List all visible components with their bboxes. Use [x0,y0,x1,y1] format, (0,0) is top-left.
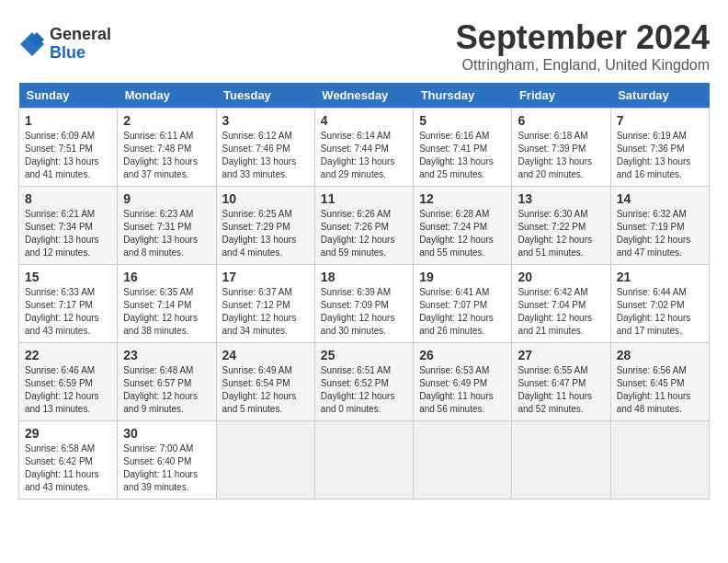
calendar-day-cell: 20Sunrise: 6:42 AM Sunset: 7:04 PM Dayli… [512,265,610,343]
day-number: 11 [321,191,407,206]
day-number: 25 [321,348,407,362]
day-info: Sunrise: 6:33 AM Sunset: 7:17 PM Dayligh… [25,286,111,338]
calendar-table: Sunday Monday Tuesday Wednesday Thursday… [18,83,710,500]
title-area: September 2024 Ottringham, England, Unit… [456,18,710,74]
day-number: 30 [123,426,210,441]
day-number: 24 [222,348,309,362]
day-number: 2 [123,113,210,128]
header-friday: Friday [512,83,610,109]
day-number: 16 [123,270,210,284]
calendar-day-cell [414,421,512,500]
day-number: 10 [222,191,309,206]
day-number: 22 [25,348,111,362]
logo-blue-text: Blue [50,44,111,63]
calendar-day-cell [512,421,610,500]
day-info: Sunrise: 6:56 AM Sunset: 6:45 PM Dayligh… [617,364,703,416]
day-info: Sunrise: 6:41 AM Sunset: 7:07 PM Dayligh… [419,286,506,338]
header-thursday: Thursday [414,83,512,109]
calendar-day-cell: 17Sunrise: 6:37 AM Sunset: 7:12 PM Dayli… [216,265,314,343]
calendar-day-cell: 8Sunrise: 6:21 AM Sunset: 7:34 PM Daylig… [19,187,118,265]
day-number: 3 [222,113,309,128]
logo-general-text: General [50,26,111,44]
day-info: Sunrise: 6:42 AM Sunset: 7:04 PM Dayligh… [518,286,604,338]
day-info: Sunrise: 6:46 AM Sunset: 6:59 PM Dayligh… [25,364,111,416]
day-number: 28 [617,348,703,362]
calendar-day-cell: 14Sunrise: 6:32 AM Sunset: 7:19 PM Dayli… [610,187,709,265]
day-number: 27 [518,348,604,362]
header-tuesday: Tuesday [216,83,314,109]
day-number: 9 [123,191,210,206]
logo-icon [18,30,46,58]
calendar-day-cell: 10Sunrise: 6:25 AM Sunset: 7:29 PM Dayli… [216,187,314,265]
day-number: 14 [617,191,703,206]
header-sunday: Sunday [19,83,118,109]
day-number: 19 [419,270,506,284]
calendar-week-row: 29Sunrise: 6:58 AM Sunset: 6:42 PM Dayli… [19,421,710,500]
calendar-day-cell: 9Sunrise: 6:23 AM Sunset: 7:31 PM Daylig… [118,187,216,265]
day-info: Sunrise: 6:49 AM Sunset: 6:54 PM Dayligh… [222,364,309,416]
calendar-day-cell [216,421,314,500]
calendar-day-cell: 6Sunrise: 6:18 AM Sunset: 7:39 PM Daylig… [512,109,610,187]
calendar-header-row: Sunday Monday Tuesday Wednesday Thursday… [19,83,710,109]
day-number: 20 [518,270,604,284]
svg-marker-0 [20,32,44,56]
calendar-day-cell: 13Sunrise: 6:30 AM Sunset: 7:22 PM Dayli… [512,187,610,265]
day-info: Sunrise: 6:37 AM Sunset: 7:12 PM Dayligh… [222,286,309,338]
day-info: Sunrise: 6:44 AM Sunset: 7:02 PM Dayligh… [617,286,703,338]
header-saturday: Saturday [610,83,709,109]
day-number: 17 [222,270,309,284]
header-wednesday: Wednesday [314,83,413,109]
day-info: Sunrise: 6:23 AM Sunset: 7:31 PM Dayligh… [123,208,210,259]
day-info: Sunrise: 6:51 AM Sunset: 6:52 PM Dayligh… [321,364,407,416]
logo: General Blue [18,26,111,63]
calendar-day-cell: 29Sunrise: 6:58 AM Sunset: 6:42 PM Dayli… [19,421,118,500]
day-info: Sunrise: 6:19 AM Sunset: 7:36 PM Dayligh… [617,130,703,181]
calendar-day-cell: 25Sunrise: 6:51 AM Sunset: 6:52 PM Dayli… [314,343,413,421]
day-info: Sunrise: 6:28 AM Sunset: 7:24 PM Dayligh… [419,208,506,259]
calendar-day-cell: 4Sunrise: 6:14 AM Sunset: 7:44 PM Daylig… [314,109,413,187]
day-number: 7 [617,113,703,128]
calendar-day-cell: 3Sunrise: 6:12 AM Sunset: 7:46 PM Daylig… [216,109,314,187]
calendar-day-cell: 12Sunrise: 6:28 AM Sunset: 7:24 PM Dayli… [414,187,512,265]
calendar-day-cell: 22Sunrise: 6:46 AM Sunset: 6:59 PM Dayli… [19,343,118,421]
day-info: Sunrise: 6:14 AM Sunset: 7:44 PM Dayligh… [321,130,407,181]
day-number: 12 [419,191,506,206]
calendar-day-cell: 7Sunrise: 6:19 AM Sunset: 7:36 PM Daylig… [610,109,709,187]
calendar-day-cell: 27Sunrise: 6:55 AM Sunset: 6:47 PM Dayli… [512,343,610,421]
day-number: 4 [321,113,407,128]
calendar-week-row: 15Sunrise: 6:33 AM Sunset: 7:17 PM Dayli… [19,265,710,343]
day-info: Sunrise: 6:53 AM Sunset: 6:49 PM Dayligh… [419,364,506,416]
day-info: Sunrise: 6:55 AM Sunset: 6:47 PM Dayligh… [518,364,604,416]
day-info: Sunrise: 7:00 AM Sunset: 6:40 PM Dayligh… [123,442,210,494]
calendar-day-cell: 2Sunrise: 6:11 AM Sunset: 7:48 PM Daylig… [118,109,216,187]
calendar-day-cell: 23Sunrise: 6:48 AM Sunset: 6:57 PM Dayli… [118,343,216,421]
day-number: 26 [419,348,506,362]
day-number: 23 [123,348,210,362]
calendar-day-cell: 30Sunrise: 7:00 AM Sunset: 6:40 PM Dayli… [118,421,216,500]
calendar-day-cell [610,421,709,500]
calendar-day-cell: 11Sunrise: 6:26 AM Sunset: 7:26 PM Dayli… [314,187,413,265]
day-number: 29 [25,426,111,441]
calendar-day-cell: 26Sunrise: 6:53 AM Sunset: 6:49 PM Dayli… [414,343,512,421]
day-number: 13 [518,191,604,206]
day-number: 18 [321,270,407,284]
day-info: Sunrise: 6:30 AM Sunset: 7:22 PM Dayligh… [518,208,604,259]
calendar-day-cell: 19Sunrise: 6:41 AM Sunset: 7:07 PM Dayli… [414,265,512,343]
day-info: Sunrise: 6:35 AM Sunset: 7:14 PM Dayligh… [123,286,210,338]
day-info: Sunrise: 6:32 AM Sunset: 7:19 PM Dayligh… [617,208,703,259]
month-title: September 2024 [456,18,710,57]
day-number: 8 [25,191,111,206]
day-info: Sunrise: 6:21 AM Sunset: 7:34 PM Dayligh… [25,208,111,259]
calendar-week-row: 8Sunrise: 6:21 AM Sunset: 7:34 PM Daylig… [19,187,710,265]
calendar-day-cell: 1Sunrise: 6:09 AM Sunset: 7:51 PM Daylig… [19,109,118,187]
day-info: Sunrise: 6:18 AM Sunset: 7:39 PM Dayligh… [518,130,604,181]
day-info: Sunrise: 6:25 AM Sunset: 7:29 PM Dayligh… [222,208,309,259]
day-number: 6 [518,113,604,128]
calendar-day-cell: 24Sunrise: 6:49 AM Sunset: 6:54 PM Dayli… [216,343,314,421]
day-info: Sunrise: 6:48 AM Sunset: 6:57 PM Dayligh… [123,364,210,416]
calendar-day-cell: 16Sunrise: 6:35 AM Sunset: 7:14 PM Dayli… [118,265,216,343]
calendar-day-cell [314,421,413,500]
day-info: Sunrise: 6:09 AM Sunset: 7:51 PM Dayligh… [25,130,111,181]
day-number: 15 [25,270,111,284]
calendar-day-cell: 28Sunrise: 6:56 AM Sunset: 6:45 PM Dayli… [610,343,709,421]
